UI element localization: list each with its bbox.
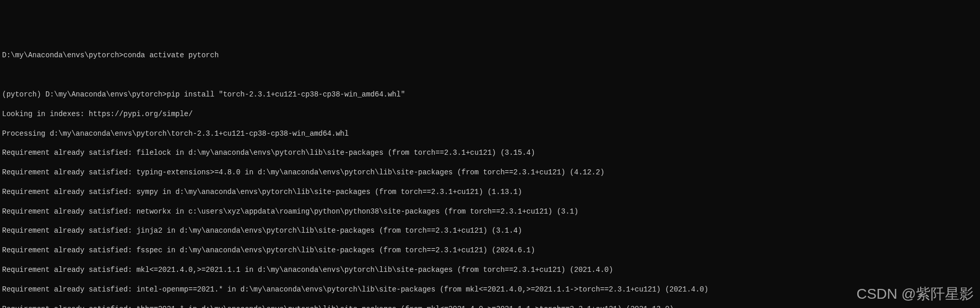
output-line: Looking in indexes: https://pypi.org/sim…: [2, 109, 978, 119]
output-line: (pytorch) D:\my\Anaconda\envs\pytorch>pi…: [2, 90, 978, 100]
output-line: Requirement already satisfied: typing-ex…: [2, 168, 978, 177]
watermark: CSDN @紫阡星影: [856, 284, 974, 304]
output-line: Requirement already satisfied: jinja2 in…: [2, 226, 978, 236]
output-line: D:\my\Anaconda\envs\pytorch>conda activa…: [2, 51, 978, 60]
output-line: Processing d:\my\anaconda\envs\pytorch\t…: [2, 129, 978, 139]
blank-line: [2, 70, 978, 80]
output-line: Requirement already satisfied: fsspec in…: [2, 246, 978, 255]
output-line: Requirement already satisfied: intel-ope…: [2, 285, 978, 295]
output-line: Requirement already satisfied: sympy in …: [2, 187, 978, 197]
terminal-output[interactable]: D:\my\Anaconda\envs\pytorch>conda activa…: [2, 41, 978, 308]
output-line: Requirement already satisfied: mkl<=2021…: [2, 265, 978, 275]
output-line: Requirement already satisfied: filelock …: [2, 148, 978, 158]
output-line: Requirement already satisfied: tbb==2021…: [2, 304, 978, 308]
output-line: Requirement already satisfied: networkx …: [2, 207, 978, 217]
